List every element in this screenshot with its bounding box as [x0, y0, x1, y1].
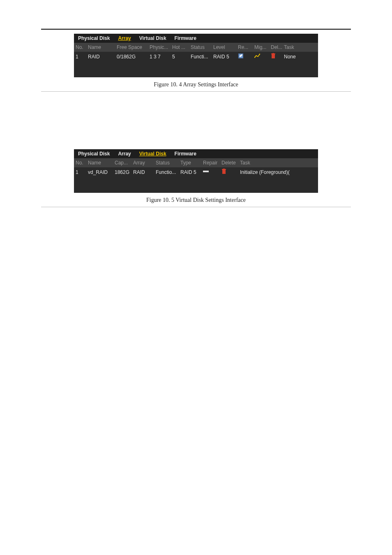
cell-name: vd_RAID — [88, 169, 115, 175]
col-task: Task — [284, 44, 304, 50]
col-no: No. — [76, 44, 88, 50]
tab-physical-disk[interactable]: Physical Disk — [74, 34, 114, 42]
cell-cap: 1862G — [115, 169, 133, 175]
cell-no: 1 — [76, 169, 88, 175]
figure-caption: Figure 10. 5 Virtual Disk Settings Inter… — [0, 197, 392, 204]
tab-bar: Physical Disk Array Virtual Disk Firmwar… — [74, 149, 318, 158]
col-array: Array — [133, 160, 156, 166]
col-physic: Physic... — [150, 44, 172, 50]
svg-rect-6 — [222, 170, 226, 174]
figure-caption: Figure 10. 4 Array Settings Interface — [0, 81, 392, 88]
col-free-space: Free Space — [117, 44, 150, 50]
cell-status: Functi... — [191, 54, 213, 60]
cell-status: Functio... — [156, 169, 180, 175]
col-del: Del... — [271, 44, 284, 50]
col-repair: Repair — [203, 160, 221, 166]
col-delete: Delete — [221, 160, 240, 166]
array-panel: Physical Disk Array Virtual Disk Firmwar… — [74, 34, 318, 77]
col-no: No. — [76, 160, 88, 166]
col-level: Level — [213, 44, 238, 50]
tab-array[interactable]: Array — [114, 150, 135, 158]
cell-physic: 1 3 7 — [150, 54, 172, 60]
delete-icon[interactable] — [271, 53, 284, 60]
col-status: Status — [156, 160, 180, 166]
svg-rect-5 — [272, 53, 274, 53]
array-table-header: No. Name Free Space Physic... Hot ... St… — [74, 43, 318, 52]
svg-rect-4 — [271, 53, 275, 54]
cell-hot: 5 — [172, 54, 191, 60]
cell-array: RAID — [133, 169, 156, 175]
repair-icon[interactable] — [203, 169, 221, 175]
col-cap: Cap... — [115, 160, 133, 166]
virtual-disk-panel: Physical Disk Array Virtual Disk Firmwar… — [74, 149, 318, 193]
tab-firmware[interactable]: Firmware — [171, 34, 201, 42]
cell-type: RAID 5 — [180, 169, 203, 175]
col-re: Re... — [238, 44, 254, 50]
table-row: 1 RAID 0/1862G 1 3 7 5 Functi... RAID 5 … — [74, 52, 318, 61]
table-row: 1 vd_RAID 1862G RAID Functio... RAID 5 I… — [74, 167, 318, 176]
svg-rect-3 — [272, 54, 275, 58]
svg-rect-8 — [223, 169, 225, 169]
cell-no: 1 — [76, 54, 88, 60]
tab-bar: Physical Disk Array Virtual Disk Firmwar… — [74, 34, 318, 43]
cell-name: RAID — [88, 54, 117, 60]
cell-task: Initialize (Foreground)( — [240, 169, 306, 175]
col-mig: Mig... — [254, 44, 271, 50]
col-hot: Hot ... — [172, 44, 191, 50]
svg-rect-7 — [222, 169, 226, 170]
cell-task: None — [284, 54, 304, 60]
tab-physical-disk[interactable]: Physical Disk — [74, 150, 114, 158]
vd-table-header: No. Name Cap... Array Status Type Repair… — [74, 158, 318, 167]
col-name: Name — [88, 44, 117, 50]
rebuild-icon[interactable] — [238, 53, 254, 60]
col-name: Name — [88, 160, 115, 166]
col-status: Status — [191, 44, 213, 50]
tab-firmware[interactable]: Firmware — [171, 150, 201, 158]
tab-virtual-disk[interactable]: Virtual Disk — [135, 34, 171, 42]
tab-array[interactable]: Array — [114, 34, 135, 42]
migrate-icon[interactable] — [254, 53, 271, 60]
tab-virtual-disk[interactable]: Virtual Disk — [135, 150, 171, 158]
delete-icon[interactable] — [221, 169, 240, 176]
cell-free-space: 0/1862G — [117, 54, 150, 60]
cell-level: RAID 5 — [213, 54, 238, 60]
col-task: Task — [240, 160, 306, 166]
col-type: Type — [180, 160, 203, 166]
